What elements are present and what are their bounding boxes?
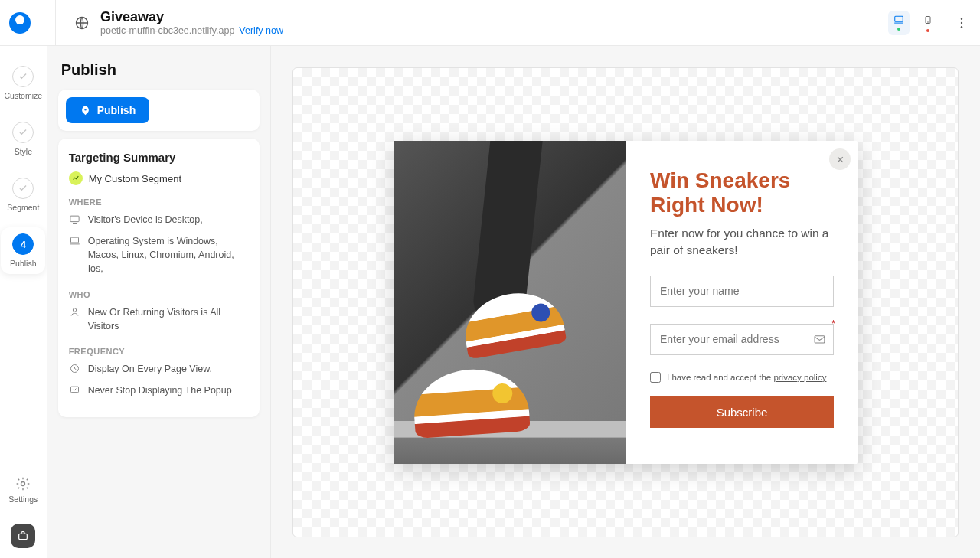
verify-link[interactable]: Verify now <box>239 25 283 36</box>
email-input[interactable] <box>650 324 834 355</box>
rule-text: Never Stop Displaying The Popup <box>88 383 232 397</box>
mail-icon <box>813 333 826 346</box>
settings-label: Settings <box>8 494 38 504</box>
svg-point-11 <box>73 308 76 311</box>
popup-image <box>394 141 626 464</box>
mobile-preview-button[interactable] <box>917 11 939 35</box>
privacy-link[interactable]: privacy policy <box>773 373 826 382</box>
rule-text: New Or Returning Visitors is All Visitor… <box>88 305 249 333</box>
close-button[interactable] <box>829 148 851 170</box>
summary-title: Targeting Summary <box>69 151 249 164</box>
rule-row: Operating System is Windows, Macos, Linu… <box>69 234 249 276</box>
close-icon <box>835 155 845 165</box>
nav-step-label: Segment <box>7 203 39 212</box>
divider <box>55 0 56 46</box>
domain-text: poetic-muffin-cbc3ee.netlify.app <box>100 25 234 36</box>
publish-card: Publish <box>58 90 260 131</box>
rocket-icon <box>80 105 91 116</box>
svg-rect-9 <box>70 216 79 222</box>
display-icon <box>69 384 80 396</box>
name-input[interactable] <box>650 276 834 307</box>
required-indicator: * <box>831 318 835 329</box>
consent-text: I have read and accept the privacy polic… <box>667 373 826 382</box>
settings-button[interactable]: Settings <box>8 476 38 504</box>
frequency-section-label: FREQUENCY <box>69 347 249 356</box>
rule-text: Operating System is Windows, Macos, Linu… <box>88 234 249 276</box>
nav-step-segment[interactable]: Segment <box>1 171 45 218</box>
svg-point-3 <box>928 22 929 23</box>
popup-preview: Win Sneakers Right Now! Enter now for yo… <box>394 141 858 464</box>
desktop-icon <box>69 214 80 225</box>
nav-step-publish[interactable]: 4 Publish <box>1 227 45 274</box>
where-section-label: WHERE <box>69 197 249 207</box>
nav-rail: Customize Style Segment 4 Publish Settin… <box>0 46 47 558</box>
svg-rect-10 <box>70 237 78 243</box>
subscribe-button[interactable]: Subscribe <box>650 396 834 428</box>
nav-step-label: Publish <box>10 259 36 268</box>
trend-icon <box>69 171 83 185</box>
page-title: Giveaway <box>100 9 888 26</box>
popup-headline: Win Sneakers Right Now! <box>650 168 834 217</box>
svg-point-4 <box>961 18 962 19</box>
globe-icon <box>74 15 90 31</box>
panel-title: Publish <box>61 61 260 79</box>
clock-icon <box>69 363 80 374</box>
consent-row[interactable]: I have read and accept the privacy polic… <box>650 372 834 383</box>
svg-point-7 <box>21 482 25 486</box>
desktop-preview-button[interactable] <box>888 11 910 35</box>
rule-row: Visitor's Device is Desktop, <box>69 213 249 227</box>
svg-rect-1 <box>895 16 903 21</box>
nav-step-customize[interactable]: Customize <box>1 60 45 106</box>
briefcase-icon <box>17 530 29 542</box>
who-section-label: WHO <box>69 290 249 299</box>
laptop-icon <box>69 235 80 246</box>
rule-text: Visitor's Device is Desktop, <box>88 213 203 227</box>
canvas-area: Win Sneakers Right Now! Enter now for yo… <box>271 46 980 558</box>
nav-step-label: Style <box>15 147 32 156</box>
rule-row: New Or Returning Visitors is All Visitor… <box>69 305 249 333</box>
header: Giveaway poetic-muffin-cbc3ee.netlify.ap… <box>0 0 980 46</box>
app-logo[interactable] <box>9 12 31 34</box>
consent-checkbox[interactable] <box>650 372 661 383</box>
svg-point-5 <box>961 21 962 23</box>
publish-button[interactable]: Publish <box>66 97 150 123</box>
svg-point-6 <box>961 26 962 28</box>
step-number: 4 <box>12 233 34 255</box>
rule-text: Display On Every Page View. <box>88 362 212 376</box>
publish-button-label: Publish <box>97 104 136 116</box>
user-icon <box>69 306 80 318</box>
targeting-summary-card: Targeting Summary My Custom Segment WHER… <box>58 139 260 417</box>
popup-subtext: Enter now for you chance to win a pair o… <box>650 225 834 258</box>
svg-rect-8 <box>19 534 28 539</box>
more-menu-button[interactable] <box>952 14 971 32</box>
toolbox-button[interactable] <box>11 524 35 548</box>
rule-row: Display On Every Page View. <box>69 362 249 376</box>
nav-step-label: Customize <box>5 91 43 100</box>
gear-icon <box>15 476 31 491</box>
side-panel: Publish Publish Targeting Summary My Cus… <box>47 46 271 558</box>
device-toggle <box>888 11 939 35</box>
svg-rect-14 <box>815 336 825 343</box>
nav-step-style[interactable]: Style <box>1 116 45 162</box>
preview-canvas[interactable]: Win Sneakers Right Now! Enter now for yo… <box>292 67 959 537</box>
segment-name: My Custom Segment <box>89 173 181 184</box>
rule-row: Never Stop Displaying The Popup <box>69 383 249 397</box>
